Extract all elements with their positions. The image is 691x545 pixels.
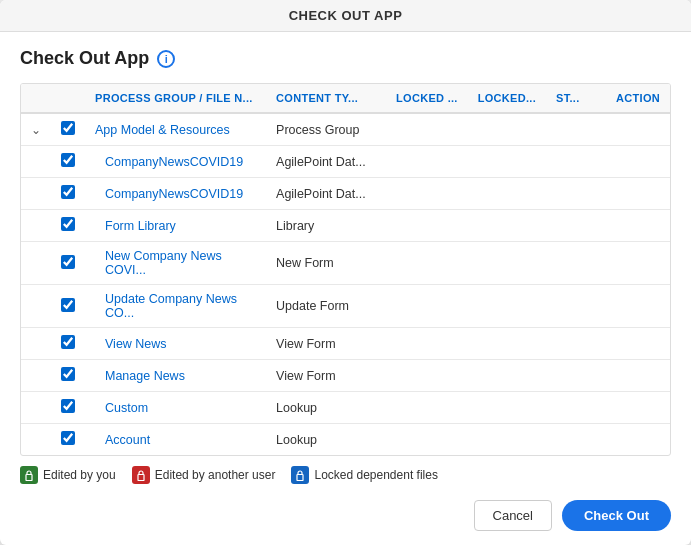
row-name[interactable]: Update Company News CO... [85, 285, 266, 328]
row-checkbox-cell [51, 178, 85, 210]
col-header-name[interactable]: PROCESS GROUP / FILE N... [85, 84, 266, 113]
row-checkbox[interactable] [61, 121, 75, 135]
row-checkbox-cell [51, 113, 85, 146]
row-name[interactable]: Manage News [85, 360, 266, 392]
row-status [546, 242, 606, 285]
legend-edited-by-another: Edited by another user [132, 466, 276, 484]
chevron-down-icon[interactable]: ⌄ [31, 123, 41, 137]
row-locked-by [386, 146, 468, 178]
col-header-status[interactable]: ST... [546, 84, 606, 113]
row-name[interactable]: Account [85, 424, 266, 456]
row-checkbox-cell [51, 392, 85, 424]
table-container: PROCESS GROUP / FILE N... CONTENT TY... … [20, 83, 671, 456]
row-locked-date [468, 178, 546, 210]
row-checkbox[interactable] [61, 153, 75, 167]
row-locked-date [468, 328, 546, 360]
row-checkbox-cell [51, 328, 85, 360]
row-content-type: View Form [266, 360, 386, 392]
row-name[interactable]: CompanyNewsCOVID19 [85, 146, 266, 178]
row-locked-date [468, 146, 546, 178]
svg-rect-1 [138, 474, 144, 480]
row-expand-cell [21, 146, 51, 178]
row-name[interactable]: App Model & Resources [85, 113, 266, 146]
row-checkbox[interactable] [61, 399, 75, 413]
table-row: View NewsView Form [21, 328, 670, 360]
legend-icon-blue [291, 466, 309, 484]
row-locked-by [386, 285, 468, 328]
row-checkbox[interactable] [61, 298, 75, 312]
row-status [546, 360, 606, 392]
row-name[interactable]: CompanyNewsCOVID19 [85, 178, 266, 210]
col-header-content-type[interactable]: CONTENT TY... [266, 84, 386, 113]
table-row: CustomLookup [21, 392, 670, 424]
legend-edited-by-you-label: Edited by you [43, 468, 116, 482]
row-expand-cell [21, 285, 51, 328]
row-name[interactable]: Form Library [85, 210, 266, 242]
row-expand-cell: ⌄ [21, 113, 51, 146]
checkout-button[interactable]: Check Out [562, 500, 671, 531]
row-status [546, 178, 606, 210]
row-name[interactable]: Custom [85, 392, 266, 424]
checkout-table: PROCESS GROUP / FILE N... CONTENT TY... … [21, 84, 670, 456]
table-row: CompanyNewsCOVID19AgilePoint Dat... [21, 178, 670, 210]
table-header-row: PROCESS GROUP / FILE N... CONTENT TY... … [21, 84, 670, 113]
row-locked-by [386, 242, 468, 285]
legend-row: Edited by you Edited by another user [20, 456, 671, 490]
row-action [606, 328, 670, 360]
row-locked-date [468, 210, 546, 242]
row-action [606, 178, 670, 210]
col-header-expand [21, 84, 51, 113]
row-action [606, 210, 670, 242]
row-checkbox[interactable] [61, 367, 75, 381]
row-status [546, 210, 606, 242]
col-header-locked-by[interactable]: LOCKED ... [386, 84, 468, 113]
row-checkbox[interactable] [61, 217, 75, 231]
row-locked-by [386, 178, 468, 210]
cancel-button[interactable]: Cancel [474, 500, 552, 531]
col-header-check [51, 84, 85, 113]
row-locked-by [386, 328, 468, 360]
row-content-type: Process Group [266, 113, 386, 146]
legend-locked-dependent: Locked dependent files [291, 466, 437, 484]
legend-edited-by-you: Edited by you [20, 466, 116, 484]
top-bar-title: CHECK OUT APP [289, 8, 403, 23]
legend-icon-red [132, 466, 150, 484]
col-header-action[interactable]: ACTION [606, 84, 670, 113]
row-locked-date [468, 113, 546, 146]
row-locked-date [468, 360, 546, 392]
row-status [546, 113, 606, 146]
legend-edited-by-another-label: Edited by another user [155, 468, 276, 482]
row-content-type: Lookup [266, 392, 386, 424]
row-action [606, 360, 670, 392]
modal-top-bar: CHECK OUT APP [0, 0, 691, 32]
row-content-type: Update Form [266, 285, 386, 328]
row-action [606, 424, 670, 456]
row-checkbox[interactable] [61, 335, 75, 349]
row-status [546, 285, 606, 328]
table-body: ⌄App Model & ResourcesProcess GroupCompa… [21, 113, 670, 456]
svg-rect-0 [26, 474, 32, 480]
row-name[interactable]: New Company News COVI... [85, 242, 266, 285]
row-checkbox-cell [51, 210, 85, 242]
row-name[interactable]: View News [85, 328, 266, 360]
col-header-locked-date[interactable]: LOCKED... [468, 84, 546, 113]
modal-body: Check Out App i PROCESS GROUP / FILE N..… [0, 32, 691, 545]
legend-locked-dependent-label: Locked dependent files [314, 468, 437, 482]
row-locked-by [386, 360, 468, 392]
row-content-type: Library [266, 210, 386, 242]
row-expand-cell [21, 424, 51, 456]
row-action [606, 242, 670, 285]
row-checkbox[interactable] [61, 255, 75, 269]
table-row: Update Company News CO...Update Form [21, 285, 670, 328]
row-checkbox[interactable] [61, 431, 75, 445]
row-content-type: Lookup [266, 424, 386, 456]
info-icon[interactable]: i [157, 50, 175, 68]
row-checkbox[interactable] [61, 185, 75, 199]
table-row: New Company News COVI...New Form [21, 242, 670, 285]
row-checkbox-cell [51, 285, 85, 328]
row-expand-cell [21, 178, 51, 210]
row-locked-by [386, 424, 468, 456]
row-locked-date [468, 242, 546, 285]
row-status [546, 392, 606, 424]
row-expand-cell [21, 242, 51, 285]
